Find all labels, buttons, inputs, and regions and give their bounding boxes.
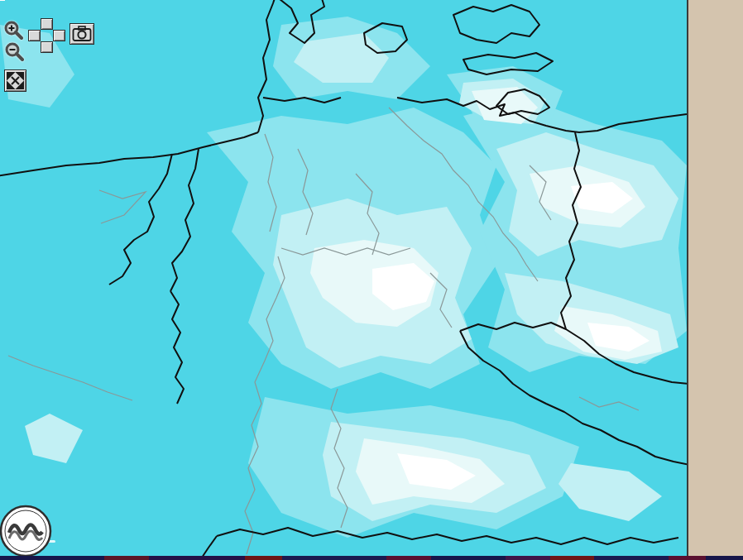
fullscreen-button[interactable] (4, 69, 26, 92)
zoom-out-button[interactable] (4, 41, 26, 63)
pan-right-button[interactable] (53, 30, 65, 41)
weather-map-app (0, 0, 743, 560)
pan-up-button[interactable] (41, 18, 53, 30)
legend-panel (687, 0, 743, 560)
fullscreen-icon (7, 72, 24, 89)
bottom-edge-strip (0, 556, 743, 560)
camera-icon (72, 26, 92, 42)
pan-left-button[interactable] (28, 30, 41, 41)
metmaps-logo (0, 503, 55, 560)
pan-down-button[interactable] (41, 41, 53, 53)
map-controls (0, 0, 108, 99)
screenshot-button[interactable] (70, 23, 94, 45)
cloud-cover-scale (688, 74, 743, 560)
zoom-in-button[interactable] (3, 20, 25, 41)
